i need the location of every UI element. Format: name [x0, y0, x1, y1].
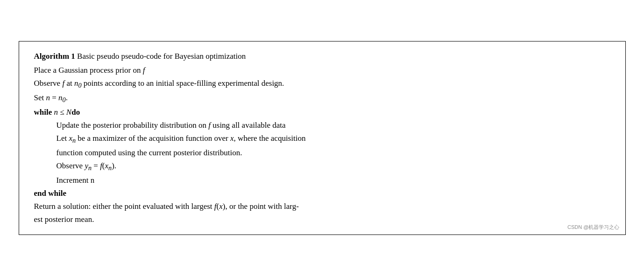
line-increment: Increment n — [34, 174, 610, 187]
line-observe-yn: Observe yn = f(xn). — [34, 159, 610, 174]
update-end: using all available data — [211, 121, 286, 130]
line2-sub0: 0 — [78, 82, 81, 90]
update-text: Update the posterior probability distrib… — [57, 121, 209, 130]
line3-set: Set — [34, 93, 46, 102]
watermark: CSDN @机器学习之心 — [567, 224, 619, 231]
line3-n: n — [46, 93, 50, 102]
observe-eq: = — [92, 161, 100, 170]
line-let-xn-cont: function computed using the current post… — [34, 146, 610, 159]
let-xn: xn — [69, 134, 76, 143]
line2-n0: n0 — [74, 79, 82, 88]
return-x-italic: x — [219, 202, 223, 211]
line-return-cont: est posterior mean. — [34, 213, 610, 226]
let-be: be a maximizer of the acquisition functi… — [76, 134, 230, 143]
line-while: while n ≤ Ndo — [34, 106, 610, 119]
while-do: do — [71, 108, 80, 117]
let-cont: function computed using the current post… — [57, 148, 242, 157]
increment-text: Increment n — [57, 176, 95, 185]
line2-observe: Observe — [34, 79, 63, 88]
while-keyword: while — [34, 108, 54, 117]
observe-yn: yn — [85, 161, 92, 170]
line-update-posterior: Update the posterior probability distrib… — [34, 119, 610, 132]
let-x: x — [230, 134, 234, 143]
observe-yn-text: Observe — [57, 161, 85, 170]
line-let-xn: Let xn be a maximizer of the acquisition… — [34, 132, 610, 146]
line3-sub0: 0 — [63, 97, 66, 104]
observe-paren: ( — [102, 161, 105, 170]
let-where: , where the acquisition — [234, 134, 306, 143]
return-cont: est posterior mean. — [34, 215, 94, 224]
while-leq: ≤ — [58, 108, 66, 117]
line-return: Return a solution: either the point eval… — [34, 200, 610, 213]
while-N: N — [66, 108, 71, 117]
observe-close: ). — [112, 161, 116, 170]
let-text: Let — [57, 134, 69, 143]
algorithm-box: Algorithm 1 Basic pseudo pseudo-code for… — [19, 41, 626, 235]
algorithm-number: Algorithm 1 — [34, 52, 75, 61]
line3-period: . — [66, 93, 68, 102]
return-end: , or the point with larg- — [225, 202, 298, 211]
line1-text: Place a Gaussian process prior on — [34, 66, 143, 75]
while-condition: n — [54, 108, 58, 117]
line-observe: Observe f at n0 points according to an i… — [34, 77, 610, 91]
line-end-while: end while — [34, 187, 610, 200]
line-set-n: Set n = n0. — [34, 91, 610, 106]
observe-yn-sub: n — [88, 164, 92, 172]
line3-n0: n0 — [58, 93, 66, 102]
line2-rest: points according to an initial space-fil… — [82, 79, 284, 88]
end-while-keyword: end while — [34, 189, 66, 198]
line-gaussian-prior: Place a Gaussian process prior on f — [34, 64, 610, 77]
line2-at: at — [64, 79, 74, 88]
algorithm-title-rest: Basic pseudo pseudo-code for Bayesian op… — [75, 52, 246, 61]
return-start: Return a solution: either the point eval… — [34, 202, 214, 211]
line1-italic-f: f — [143, 66, 145, 75]
let-xn-sub: n — [72, 137, 76, 144]
algorithm-title: Algorithm 1 Basic pseudo pseudo-code for… — [34, 50, 610, 63]
line3-eq: = — [50, 93, 58, 102]
observe-xn: xn — [105, 161, 112, 170]
